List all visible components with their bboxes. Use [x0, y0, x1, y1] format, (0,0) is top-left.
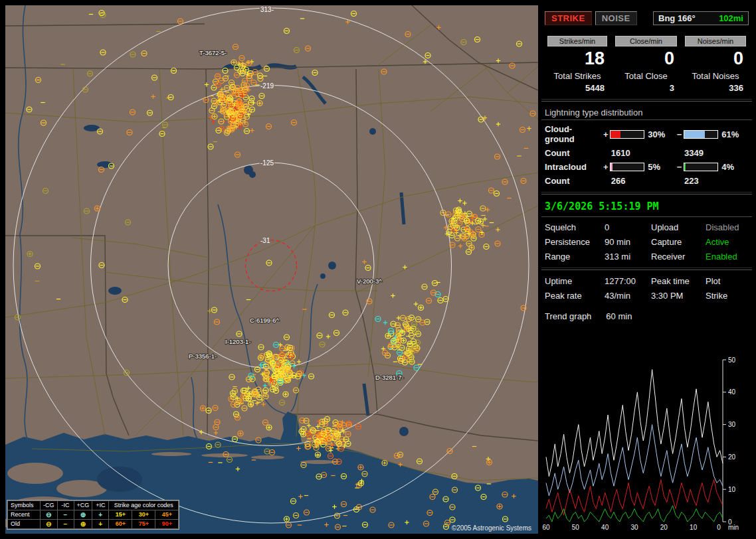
close-per-min-badge: Close/min: [615, 36, 677, 46]
ic-plus-symbol: +: [92, 510, 109, 520]
svg-text:20: 20: [660, 524, 668, 531]
svg-text:50: 50: [572, 524, 580, 531]
ic-minus-symbol: −: [57, 510, 74, 520]
strikes-column: Strikes/min 18 Total Strikes 5448: [543, 36, 611, 93]
capture-label: Capture: [651, 237, 706, 247]
age-30: 30+: [132, 510, 155, 520]
noises-per-min-badge: Noises/min: [685, 36, 746, 46]
age-60: 60+: [109, 520, 132, 529]
svg-text:T-3672-5-: T-3672-5-: [199, 49, 227, 56]
svg-text:C-6199-6^: C-6199-6^: [250, 317, 280, 324]
close-column: Close/min 0 Total Close 3: [611, 36, 681, 93]
ic-plus-pct: 5%: [644, 162, 675, 172]
legend-header-cgp: +CG: [74, 501, 92, 510]
cg-minus-pct: 61%: [718, 129, 749, 139]
upload-label: Upload: [651, 222, 706, 232]
legend-row-old: Old: [8, 520, 41, 529]
receiver-status: Enabled: [706, 252, 749, 262]
svg-text:20: 20: [728, 453, 736, 461]
trend-graph-label: Trend graph: [545, 311, 591, 321]
datetime-display: 3/6/2026 5:15:19 PM: [545, 200, 749, 212]
receiver-label: Receiver: [651, 252, 706, 262]
svg-text:50: 50: [728, 356, 736, 364]
uptime-label: Uptime: [545, 276, 605, 286]
svg-text:-219: -219: [260, 82, 274, 90]
persistence-label: Persistence: [545, 237, 605, 247]
cloud-ground-row: Cloud-ground + 30% − 61%: [545, 124, 749, 144]
cg-minus-symbol: ⊖: [41, 520, 58, 529]
svg-text:313-: 313-: [260, 6, 274, 13]
svg-text:30: 30: [728, 421, 736, 428]
peak-time-label: Peak time: [651, 276, 706, 286]
trend-header: Trend graph 60 min: [545, 311, 749, 321]
bearing-display: Bng 166° 102mi: [653, 11, 749, 25]
uptime-grid: Uptime 1277:00 Peak time Plot Peak rate …: [545, 276, 749, 301]
svg-text:-125: -125: [260, 159, 274, 167]
ic-plus-bar: [610, 163, 644, 171]
cg-minus-symbol: ⊖: [41, 510, 58, 520]
total-noises-value: 336: [681, 81, 750, 93]
svg-text:min: min: [728, 524, 739, 531]
panel-header: STRIKE NOISE Bng 166° 102mi: [545, 11, 749, 25]
trend-window-value: 60 min: [606, 311, 632, 321]
noise-toggle-button[interactable]: NOISE: [595, 11, 637, 25]
svg-text:40: 40: [601, 524, 609, 531]
total-strikes-value: 5448: [543, 81, 611, 93]
upload-status: Disabled: [706, 222, 749, 232]
cg-minus-count: 3349: [684, 148, 749, 158]
age-90: 90+: [155, 520, 179, 529]
total-noises-label: Total Noises: [681, 70, 750, 81]
divider: [541, 119, 752, 120]
bearing-value: Bng 166°: [658, 13, 696, 23]
age-75: 75+: [132, 520, 155, 529]
minus-sign: −: [675, 129, 684, 139]
capture-status: Active: [706, 237, 749, 247]
age-45: 45+: [155, 510, 179, 520]
strike-toggle-button[interactable]: STRIKE: [545, 11, 592, 25]
svg-text:10: 10: [690, 524, 698, 531]
copyright-text: ©2005 Astrogenic Systems: [452, 524, 531, 532]
peak-rate-value: 43/min: [605, 291, 651, 301]
cloud-ground-label: Cloud-ground: [545, 124, 601, 144]
svg-text:0: 0: [717, 524, 721, 531]
cg-plus-bar: [610, 130, 644, 139]
peak-time-value: 3:30 PM: [651, 291, 706, 301]
svg-text:60: 60: [542, 524, 550, 531]
range-value: 313 mi: [605, 252, 651, 262]
ic-minus-symbol: −: [57, 520, 74, 529]
ic-plus-count: 266: [611, 176, 676, 186]
map-legend: Symbols -CG -IC +CG +IC Strike age color…: [7, 500, 179, 530]
rate-stats: Strikes/min 18 Total Strikes 5448 Close/…: [543, 36, 750, 93]
intracloud-count-row: Count 266 223: [545, 176, 749, 186]
ic-minus-pct: 4%: [718, 162, 749, 172]
trend-chart-canvas: 010203040506050403020100min: [541, 356, 752, 534]
svg-text:P-3356-1-: P-3356-1-: [189, 352, 217, 360]
divider: [541, 192, 752, 194]
plot-label: Plot: [706, 276, 749, 286]
strike-map[interactable]: -31-125-219313-T-3672-5-V-200-3^C-6199-6…: [5, 5, 538, 534]
cg-plus-symbol: ⊕: [74, 510, 92, 520]
count-label: Count: [545, 148, 603, 158]
divider: [541, 99, 752, 102]
svg-text:I-1203-1-: I-1203-1-: [225, 338, 251, 345]
total-close-value: 3: [611, 81, 681, 93]
distance-value: 102mi: [719, 13, 743, 23]
cloud-ground-count-row: Count 1610 3349: [545, 148, 749, 158]
intracloud-label: Intracloud: [545, 162, 601, 172]
divider: [541, 268, 752, 270]
svg-text:V-200-3^: V-200-3^: [357, 277, 382, 285]
ic-plus-symbol: +: [92, 520, 109, 529]
peak-rate-label: Peak rate: [545, 291, 605, 301]
squelch-label: Squelch: [545, 222, 605, 232]
distribution-title: Lightning type distribution: [545, 108, 749, 117]
ic-minus-count: 223: [684, 176, 749, 186]
legend-row-recent: Recent: [8, 510, 41, 520]
range-label: Range: [545, 252, 605, 262]
cg-plus-symbol: ⊕: [74, 520, 92, 529]
close-per-min-value: 0: [611, 46, 681, 70]
svg-text:D-3281-7-: D-3281-7-: [375, 374, 404, 381]
svg-text:40: 40: [728, 388, 736, 396]
age-15: 15+: [109, 510, 132, 520]
strikes-per-min-badge: Strikes/min: [547, 36, 607, 46]
uptime-value: 1277:00: [605, 276, 651, 286]
